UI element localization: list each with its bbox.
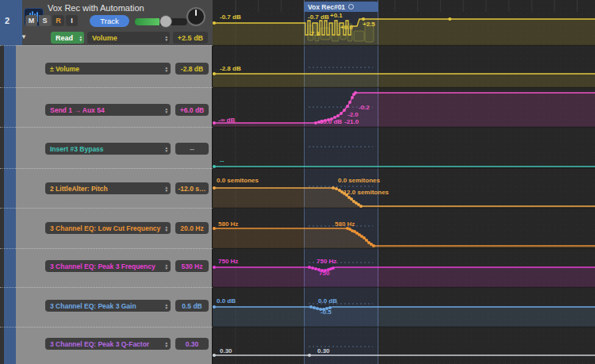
lane-separator [0,248,213,249]
parameter-label: Volume [92,34,117,42]
lane-parameter-dropdown[interactable]: Insert #3 Bypass▴▾ [45,143,171,155]
lane-parameter-dropdown[interactable]: 3 Channel EQ: Low Cut Frequency▴▾ [45,222,171,234]
logic-automation-view: -0.7 dB-0.7 dB+0.1-7.3+0.0+2.5-2.8 dB-∞ … [0,0,595,364]
knob-pointer [195,10,197,16]
lane-separator [0,287,213,288]
automation-lane-header: 2 LittleAlter: Pitch▴▾-12.0 s… [45,182,209,194]
track-number-strip[interactable]: 2 [0,0,22,45]
timeline-area[interactable] [213,0,595,364]
lane-value-box[interactable]: -2.8 dB [175,63,209,75]
lane-parameter-dropdown[interactable]: 3 Channel EQ: Peak 3 Q-Factor▴▾ [45,338,171,350]
track-mode-button[interactable]: Track [90,15,129,27]
region-header[interactable]: Vox Rec#01 [304,2,378,12]
solo-button[interactable]: S [39,15,51,26]
track-header[interactable]: 2 Vox Rec with Automation M S R I Track … [0,0,213,45]
lane-value-box[interactable]: 0.30 [175,338,209,350]
mute-button[interactable]: M [25,15,37,26]
stepper-icon: ▴▾ [165,263,167,270]
lane-parameter-dropdown[interactable]: 2 LittleAlter: Pitch▴▾ [45,182,171,194]
lane-parameter-dropdown[interactable]: 3 Channel EQ: Peak 3 Gain▴▾ [45,300,171,312]
automation-lane-header: Insert #3 Bypass▴▾-- [45,143,209,155]
track-buttons: M S R I [25,15,78,26]
lane-value-box[interactable]: 0.5 dB [175,300,209,312]
track-header-panel: 2 Vox Rec with Automation M S R I Track … [0,0,213,364]
stepper-icon: ▴▾ [165,66,167,72]
automation-lane-header: 3 Channel EQ: Peak 3 Frequency▴▾530 Hz [45,260,209,272]
stepper-icon: ▴▾ [165,225,167,232]
audio-region-body[interactable] [304,0,378,364]
parameter-value-box[interactable]: +2.5 dB [173,32,208,44]
pan-knob[interactable] [186,7,205,26]
automation-mode-dropdown[interactable]: Read ▴▾ [51,32,84,44]
lane-parameter-dropdown[interactable]: Send 1 → Aux 54▴▾ [45,104,171,116]
track-title[interactable]: Vox Rec with Automation [48,3,144,13]
lane-value-box[interactable]: -12.0 s… [175,182,209,194]
lane-separator [0,208,213,209]
lane-separator [0,327,213,328]
lane-value-box[interactable]: 530 Hz [175,260,209,272]
stepper-icon: ▴▾ [165,146,167,152]
region-name: Vox Rec#01 [308,3,345,11]
loop-icon[interactable] [348,4,354,10]
automation-lane-header: 3 Channel EQ: Peak 3 Gain▴▾0.5 dB [45,300,209,312]
lane-separator [0,127,213,128]
stepper-icon: ▴▾ [165,35,167,41]
automation-lane-header: ± Volume▴▾-2.8 dB [45,63,209,75]
automation-lane-header: Send 1 → Aux 54▴▾+6.0 dB [45,104,209,116]
automation-lane-header: 3 Channel EQ: Peak 3 Q-Factor▴▾0.30 [45,338,209,350]
record-enable-button[interactable]: R [52,15,64,26]
lane-separator [0,45,213,46]
stepper-icon: ▴▾ [165,107,167,113]
fader-thumb[interactable] [159,15,172,28]
lane-separator [0,87,213,88]
stepper-icon: ▴▾ [165,341,167,347]
automation-lane-header: 3 Channel EQ: Low Cut Frequency▴▾20.0 Hz [45,222,209,234]
track-number: 2 [0,16,14,25]
disclosure-triangle-icon[interactable]: ▼ [21,33,27,40]
level-meter [135,18,159,25]
stepper-icon: ▴▾ [79,35,82,41]
stepper-icon: ▴▾ [165,303,167,309]
stepper-icon: ▴▾ [165,186,167,192]
lane-parameter-dropdown[interactable]: ± Volume▴▾ [45,63,171,75]
lane-value-box[interactable]: 20.0 Hz [175,222,209,234]
lane-color-strip [4,45,16,364]
automation-mode-label: Read [56,34,73,42]
lane-parameter-dropdown[interactable]: 3 Channel EQ: Peak 3 Frequency▴▾ [45,260,171,272]
lane-value-box[interactable]: -- [175,143,209,155]
lane-value-box[interactable]: +6.0 dB [175,104,209,116]
input-monitor-button[interactable]: I [66,15,78,26]
lane-separator [0,168,213,169]
parameter-dropdown[interactable]: Volume ▴▾ [87,32,170,44]
